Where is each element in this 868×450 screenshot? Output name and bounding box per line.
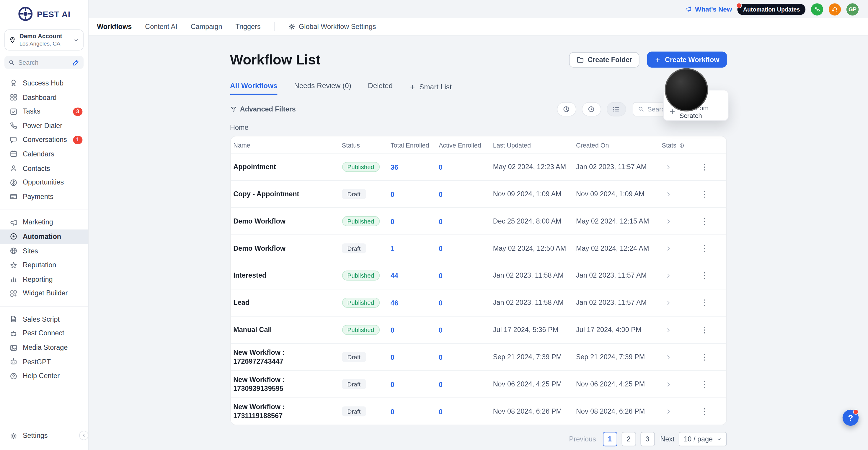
- sidebar-item-conversations[interactable]: Conversations 1: [0, 133, 88, 147]
- sidebar-item-pest-connect[interactable]: Pest Connect: [0, 327, 88, 341]
- row-menu-kebab[interactable]: ⋮: [696, 352, 724, 362]
- row-menu-kebab[interactable]: ⋮: [696, 271, 724, 281]
- row-open-chevron[interactable]: [662, 409, 696, 415]
- user-avatar[interactable]: GP: [846, 3, 859, 15]
- sidebar-item-reputation[interactable]: Reputation: [0, 258, 88, 272]
- total-enrolled-link[interactable]: 36: [391, 164, 398, 171]
- workflow-name[interactable]: New Workflow : 1730939139595: [233, 375, 342, 394]
- sidebar-item-opportunities[interactable]: Opportunities: [0, 175, 88, 190]
- total-enrolled-link[interactable]: 46: [391, 299, 398, 307]
- row-menu-kebab[interactable]: ⋮: [696, 298, 724, 308]
- sidebar-search[interactable]: [4, 56, 84, 69]
- active-enrolled-link[interactable]: 0: [439, 164, 442, 171]
- page-button-2[interactable]: 2: [621, 432, 636, 446]
- tab-smart-list[interactable]: Smart List: [409, 83, 452, 94]
- row-open-chevron[interactable]: [662, 191, 696, 197]
- help-fab-button[interactable]: ?: [843, 410, 859, 426]
- whats-new-link[interactable]: What's New: [685, 5, 732, 13]
- active-enrolled-link[interactable]: 0: [439, 191, 442, 198]
- create-folder-button[interactable]: Create Folder: [569, 52, 640, 67]
- workflow-name[interactable]: Interested: [233, 271, 342, 281]
- sidebar-item-sites[interactable]: Sites: [0, 244, 88, 258]
- total-enrolled-link[interactable]: 0: [391, 381, 395, 389]
- compose-icon[interactable]: [72, 59, 80, 66]
- sidebar-item-marketing[interactable]: Marketing: [0, 215, 88, 229]
- row-open-chevron[interactable]: [662, 354, 696, 360]
- row-open-chevron[interactable]: [662, 327, 696, 333]
- row-open-chevron[interactable]: [662, 164, 696, 170]
- workflow-name[interactable]: Copy - Appointment: [233, 190, 342, 199]
- total-enrolled-link[interactable]: 44: [391, 272, 398, 280]
- create-workflow-button[interactable]: Create Workflow: [647, 52, 726, 67]
- sidebar-item-media-storage[interactable]: Media Storage: [0, 341, 88, 355]
- sidebar-item-contacts[interactable]: Contacts: [0, 161, 88, 175]
- total-enrolled-link[interactable]: 0: [391, 218, 395, 226]
- navbar-tab-workflows[interactable]: Workflows: [97, 23, 132, 30]
- row-menu-kebab[interactable]: ⋮: [696, 217, 724, 226]
- next-page-button[interactable]: Next: [660, 435, 674, 443]
- tab-deleted[interactable]: Deleted: [368, 82, 393, 95]
- row-menu-kebab[interactable]: ⋮: [696, 162, 724, 172]
- breadcrumb[interactable]: Home: [230, 123, 726, 131]
- sidebar-item-reporting[interactable]: Reporting: [0, 272, 88, 286]
- sidebar-collapse-button[interactable]: [79, 431, 89, 440]
- active-enrolled-link[interactable]: 0: [439, 245, 442, 253]
- row-menu-kebab[interactable]: ⋮: [696, 244, 724, 254]
- sidebar-item-dashboard[interactable]: Dashboard: [0, 90, 88, 104]
- row-open-chevron[interactable]: [662, 300, 696, 306]
- navbar-tab-campaign[interactable]: Campaign: [191, 23, 222, 30]
- row-menu-kebab[interactable]: ⋮: [696, 189, 724, 199]
- active-enrolled-link[interactable]: 0: [439, 408, 442, 416]
- info-icon[interactable]: [678, 142, 685, 148]
- row-menu-kebab[interactable]: ⋮: [696, 325, 724, 335]
- row-open-chevron[interactable]: [662, 245, 696, 252]
- sidebar-item-power-dialer[interactable]: Power Dialer: [0, 118, 88, 133]
- navbar-tab-content-ai[interactable]: Content AI: [145, 23, 177, 30]
- navbar-tab-triggers[interactable]: Triggers: [236, 23, 261, 30]
- sidebar-item-payments[interactable]: Payments: [0, 190, 88, 204]
- page-button-3[interactable]: 3: [640, 432, 655, 446]
- row-open-chevron[interactable]: [662, 219, 696, 225]
- row-menu-kebab[interactable]: ⋮: [696, 379, 724, 389]
- sidebar-item-settings[interactable]: Settings: [0, 429, 88, 443]
- workflow-name[interactable]: Lead: [233, 298, 342, 308]
- previous-page-button[interactable]: Previous: [569, 435, 596, 443]
- active-enrolled-link[interactable]: 0: [439, 272, 442, 280]
- total-enrolled-link[interactable]: 0: [391, 408, 395, 416]
- row-menu-kebab[interactable]: ⋮: [696, 406, 724, 417]
- call-status-button[interactable]: [811, 3, 823, 15]
- chart-view-button[interactable]: [557, 102, 576, 116]
- active-enrolled-link[interactable]: 0: [439, 218, 442, 226]
- sidebar-item-tasks[interactable]: Tasks 3: [0, 104, 88, 118]
- sidebar-item-sales-script[interactable]: Sales Script: [0, 312, 88, 327]
- workflow-name[interactable]: New Workflow : 1726972743447: [233, 348, 342, 367]
- tab-needs-review[interactable]: Needs Review (0): [294, 82, 351, 95]
- global-workflow-settings-link[interactable]: Global Workflow Settings: [288, 23, 376, 30]
- support-button[interactable]: [829, 3, 841, 15]
- workflow-name[interactable]: Appointment: [233, 162, 342, 172]
- tab-all-workflows[interactable]: All Workflows: [230, 82, 278, 95]
- workflow-name[interactable]: New Workflow : 1731119188567: [233, 402, 342, 421]
- active-enrolled-link[interactable]: 0: [439, 381, 442, 389]
- account-switcher[interactable]: Demo Account Los Angeles, CA: [4, 29, 84, 51]
- workflow-name[interactable]: Demo Workflow: [233, 217, 342, 226]
- total-enrolled-link[interactable]: 0: [391, 354, 395, 361]
- history-view-button[interactable]: [582, 102, 601, 116]
- row-open-chevron[interactable]: [662, 273, 696, 279]
- page-size-select[interactable]: 10 / page: [679, 432, 726, 446]
- workflow-name[interactable]: Demo Workflow: [233, 244, 342, 253]
- active-enrolled-link[interactable]: 0: [439, 327, 442, 334]
- advanced-filters-button[interactable]: Advanced Filters: [230, 105, 296, 113]
- automation-updates-badge[interactable]: Automation Updates: [738, 4, 805, 15]
- sidebar-item-calendars[interactable]: Calendars: [0, 147, 88, 161]
- workflow-name[interactable]: Manual Call: [233, 326, 342, 335]
- total-enrolled-link[interactable]: 1: [391, 245, 395, 253]
- sidebar-item-success-hub[interactable]: Success Hub: [0, 76, 88, 90]
- sidebar-item-pestgpt[interactable]: PestGPT: [0, 355, 88, 369]
- sidebar-search-input[interactable]: [18, 59, 66, 66]
- total-enrolled-link[interactable]: 0: [391, 191, 395, 198]
- total-enrolled-link[interactable]: 0: [391, 327, 395, 334]
- active-enrolled-link[interactable]: 0: [439, 299, 442, 307]
- page-button-1[interactable]: 1: [602, 432, 617, 446]
- active-enrolled-link[interactable]: 0: [439, 354, 442, 361]
